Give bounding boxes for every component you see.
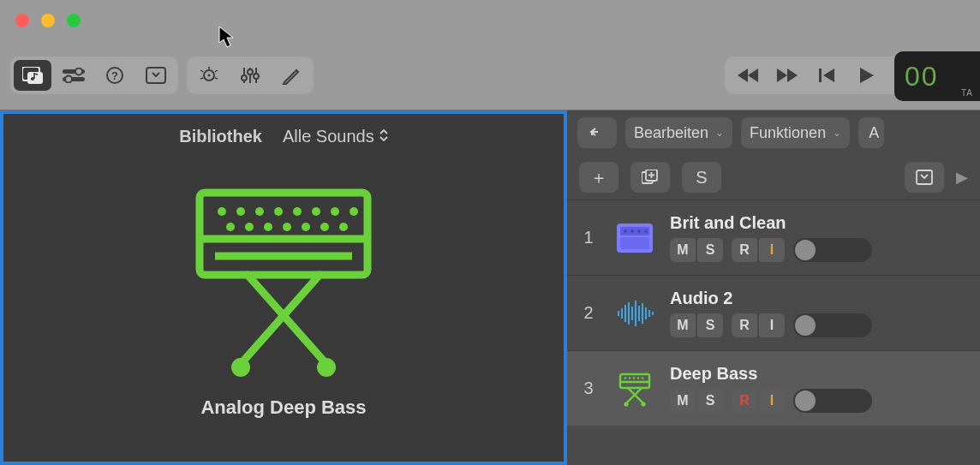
mute-button[interactable]: M — [670, 238, 696, 262]
solo-button[interactable]: S — [697, 238, 723, 262]
window-titlebar — [0, 0, 980, 41]
svg-point-11 — [208, 75, 211, 77]
track-synth-icon[interactable] — [610, 364, 660, 414]
svg-point-36 — [226, 223, 235, 231]
mute-button[interactable]: M — [670, 313, 696, 337]
global-solo-label: S — [696, 168, 707, 188]
input-monitor-button[interactable]: I — [759, 238, 785, 262]
record-enable-button[interactable]: R — [732, 389, 757, 413]
track-name[interactable]: Deep Bass — [670, 364, 970, 384]
svg-point-39 — [283, 223, 291, 231]
track-row[interactable]: 2 Audio 2 M S R I — [567, 275, 980, 350]
track-row[interactable]: 1 Brit and Clean M S R I — [567, 200, 980, 275]
edit-mode-buttons — [187, 57, 314, 94]
track-ri-group: R I — [732, 238, 785, 262]
input-monitor-button[interactable]: I — [759, 389, 785, 413]
solo-button[interactable]: S — [697, 389, 723, 413]
chevron-updown-icon — [379, 128, 388, 145]
track-name[interactable]: Brit and Clean — [670, 213, 970, 233]
svg-line-44 — [241, 275, 320, 364]
track-amp-icon[interactable] — [610, 213, 660, 263]
svg-point-38 — [264, 223, 272, 231]
svg-point-41 — [320, 223, 329, 231]
svg-point-34 — [331, 207, 339, 216]
library-header: Bibliothek Alle Sounds — [179, 114, 387, 158]
library-toggle-button[interactable] — [14, 60, 51, 91]
fast-forward-button[interactable] — [769, 60, 807, 91]
timecode-label: TA — [961, 88, 973, 98]
svg-point-79 — [637, 377, 640, 379]
svg-point-55 — [624, 230, 627, 233]
svg-point-31 — [274, 207, 283, 216]
track-volume-slider[interactable] — [793, 238, 872, 262]
play-button[interactable] — [848, 60, 886, 91]
svg-line-73 — [626, 388, 642, 403]
track-volume-slider[interactable] — [793, 389, 872, 413]
track-header-config-button[interactable] — [905, 162, 944, 193]
track-ri-group: R I — [732, 389, 785, 413]
svg-point-6 — [65, 76, 72, 83]
editor-button[interactable] — [272, 60, 310, 91]
mixer-button[interactable] — [231, 60, 269, 91]
track-row[interactable]: 3 Deep Bass M — [567, 350, 980, 426]
navigate-up-button[interactable] — [577, 117, 617, 148]
minimize-window-button[interactable] — [41, 14, 55, 27]
fullscreen-window-button[interactable] — [67, 14, 81, 27]
go-to-start-button[interactable] — [809, 60, 846, 91]
help-button[interactable]: ? — [96, 60, 134, 91]
svg-line-43 — [248, 275, 326, 364]
duplicate-track-button[interactable] — [630, 162, 670, 193]
edit-menu-button[interactable]: Bearbeiten ⌄ — [625, 117, 732, 148]
svg-rect-54 — [620, 237, 649, 249]
track-ms-group: M S — [670, 313, 723, 337]
track-number: 1 — [567, 228, 610, 247]
library-panel: Bibliothek Alle Sounds — [0, 110, 567, 465]
svg-point-78 — [633, 377, 636, 379]
inspector-toggle-button[interactable] — [55, 60, 93, 91]
track-tools-row: ＋ S ▶ — [567, 155, 980, 200]
extra-menu-button[interactable]: A — [858, 117, 884, 148]
mute-button[interactable]: M — [670, 389, 696, 413]
svg-rect-23 — [819, 69, 822, 82]
track-body: Brit and Clean M S R I — [670, 213, 980, 262]
add-track-button[interactable]: ＋ — [579, 162, 618, 193]
svg-point-56 — [630, 230, 634, 233]
svg-point-42 — [339, 223, 348, 231]
svg-line-14 — [215, 70, 218, 72]
svg-point-75 — [641, 402, 645, 406]
record-enable-button[interactable]: R — [732, 238, 757, 262]
track-list-panel: Bearbeiten ⌄ Funktionen ⌄ A ＋ S ▶ — [567, 110, 980, 465]
svg-rect-25 — [200, 193, 368, 275]
svg-point-74 — [624, 402, 628, 406]
svg-point-58 — [644, 230, 648, 233]
slider-knob — [795, 315, 816, 336]
track-volume-slider[interactable] — [793, 313, 872, 337]
toolbar-toggle-button[interactable] — [137, 60, 175, 91]
solo-button[interactable]: S — [697, 313, 723, 337]
record-enable-button[interactable]: R — [732, 313, 757, 337]
library-scope-dropdown[interactable]: Alle Sounds — [283, 127, 388, 146]
svg-text:?: ? — [111, 69, 118, 82]
smart-controls-button[interactable] — [190, 60, 228, 91]
track-body: Deep Bass M S R I — [670, 364, 980, 413]
close-window-button[interactable] — [15, 14, 29, 27]
svg-point-76 — [624, 377, 627, 379]
slider-knob — [795, 240, 816, 260]
svg-line-15 — [200, 78, 203, 79]
svg-point-46 — [317, 358, 336, 377]
timecode-display[interactable]: 00 TA — [894, 51, 980, 101]
functions-menu-button[interactable]: Funktionen ⌄ — [741, 117, 850, 148]
library-patch-name: Analog Deep Bass — [200, 396, 366, 419]
svg-point-29 — [236, 207, 245, 216]
global-solo-button[interactable]: S — [682, 162, 721, 193]
svg-point-33 — [312, 207, 320, 216]
track-name[interactable]: Audio 2 — [670, 289, 970, 308]
input-monitor-button[interactable]: I — [759, 313, 785, 337]
svg-point-40 — [302, 223, 310, 231]
rewind-button[interactable] — [730, 60, 768, 91]
slider-knob — [795, 390, 816, 411]
track-wave-icon[interactable] — [610, 289, 660, 338]
svg-point-22 — [254, 74, 259, 79]
svg-point-57 — [637, 230, 641, 233]
svg-point-45 — [231, 358, 250, 377]
